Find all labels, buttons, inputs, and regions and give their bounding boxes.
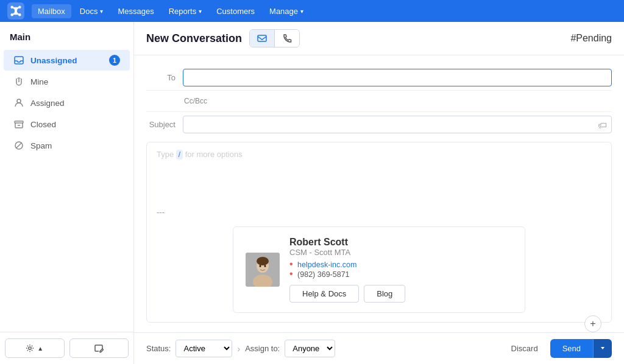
svg-point-10 bbox=[29, 347, 31, 349]
svg-point-6 bbox=[17, 99, 21, 103]
sig-help-docs-button[interactable]: Help & Docs bbox=[289, 285, 359, 303]
sig-buttons: Help & Docs Blog bbox=[289, 285, 512, 303]
avatar-image bbox=[246, 253, 280, 287]
svg-point-1 bbox=[18, 5, 21, 9]
svg-rect-7 bbox=[15, 121, 23, 123]
gear-icon bbox=[26, 344, 34, 352]
sig-name: Robert Scott bbox=[289, 237, 512, 248]
chevron-down-icon: ▾ bbox=[199, 8, 202, 15]
phone-type-button[interactable] bbox=[275, 30, 299, 47]
nav-manage[interactable]: Manage ▾ bbox=[263, 4, 310, 18]
sidebar-item-closed-label: Closed bbox=[30, 120, 120, 129]
sig-title: CSM - Scott MTA bbox=[289, 248, 512, 257]
email-type-button[interactable] bbox=[250, 30, 275, 47]
sidebar-item-spam[interactable]: Spam bbox=[4, 135, 130, 156]
chevron-down-icon: ▾ bbox=[300, 8, 303, 15]
subject-input-wrap: 🏷 bbox=[183, 116, 612, 133]
to-input[interactable] bbox=[183, 69, 612, 86]
app-logo bbox=[7, 2, 24, 19]
ban-icon bbox=[13, 140, 24, 151]
sidebar-item-assigned[interactable]: Assigned bbox=[4, 93, 130, 113]
compose-icon bbox=[94, 343, 104, 353]
unassigned-badge: 1 bbox=[109, 55, 120, 66]
send-dropdown-button[interactable] bbox=[593, 339, 612, 358]
subject-row: Subject 🏷 bbox=[146, 112, 612, 137]
svg-point-2 bbox=[15, 10, 18, 13]
sig-blog-button[interactable]: Blog bbox=[364, 285, 405, 303]
svg-rect-5 bbox=[15, 57, 23, 64]
subject-label: Subject bbox=[146, 120, 183, 129]
sidebar-item-spam-label: Spam bbox=[30, 141, 120, 150]
layout: Main Unassigned 1 bbox=[0, 22, 624, 364]
inbox-icon bbox=[13, 55, 24, 66]
compose-button[interactable] bbox=[69, 338, 129, 358]
send-button[interactable]: Send bbox=[550, 339, 593, 358]
svg-line-9 bbox=[16, 143, 22, 149]
top-nav: Mailbox Docs ▾ Messages Reports ▾ Custom… bbox=[0, 0, 624, 22]
svg-point-16 bbox=[257, 257, 269, 265]
hand-icon bbox=[13, 76, 24, 87]
page-title: New Conversation bbox=[146, 32, 242, 45]
nav-customers[interactable]: Customers bbox=[210, 4, 261, 18]
assign-label: Assign to: bbox=[245, 344, 280, 353]
pending-text: Pending bbox=[576, 33, 612, 43]
arrow-right-icon: › bbox=[237, 344, 240, 354]
status-select[interactable]: Active Pending Resolved bbox=[176, 340, 232, 357]
sidebar: Main Unassigned 1 bbox=[0, 22, 134, 364]
sidebar-item-closed[interactable]: Closed bbox=[4, 114, 130, 135]
archive-icon bbox=[13, 119, 24, 130]
nav-reports[interactable]: Reports ▾ bbox=[163, 4, 208, 18]
compose-type-group bbox=[249, 29, 300, 47]
settings-button[interactable]: ▲ bbox=[5, 338, 65, 358]
svg-rect-11 bbox=[258, 35, 266, 41]
sig-info: Robert Scott CSM - Scott MTA • helpdesk-… bbox=[289, 237, 512, 303]
to-label: To bbox=[146, 73, 183, 82]
chevron-down-icon: ▾ bbox=[100, 8, 103, 15]
nav-mailbox[interactable]: Mailbox bbox=[32, 4, 71, 18]
signature-area: --- bbox=[157, 208, 601, 313]
add-content-button[interactable]: + bbox=[584, 315, 601, 332]
subject-input[interactable] bbox=[183, 116, 612, 133]
sidebar-footer: ▲ bbox=[0, 332, 133, 364]
message-body[interactable]: Type / for more options --- bbox=[146, 142, 612, 323]
sidebar-nav: Unassigned 1 Mine bbox=[0, 47, 133, 332]
main-header: New Conversation #Pending bbox=[134, 22, 624, 55]
svg-point-0 bbox=[10, 5, 13, 9]
sig-email: • helpdesk-inc.com bbox=[289, 259, 512, 269]
cc-bcc-row: Cc/Bcc bbox=[146, 91, 612, 112]
sig-phone-number: (982) 369-5871 bbox=[297, 270, 349, 279]
sidebar-item-mine[interactable]: Mine bbox=[4, 71, 130, 92]
chevron-down-icon bbox=[600, 345, 606, 351]
nav-docs[interactable]: Docs ▾ bbox=[74, 4, 110, 18]
status-label: Status: bbox=[146, 344, 171, 353]
dot-icon: • bbox=[289, 259, 293, 269]
person-icon bbox=[13, 97, 24, 108]
main-content: New Conversation #Pending bbox=[134, 22, 624, 364]
sidebar-item-unassigned[interactable]: Unassigned 1 bbox=[4, 50, 130, 71]
pending-hash: # bbox=[570, 33, 576, 43]
cc-bcc-label[interactable]: Cc/Bcc bbox=[183, 94, 612, 108]
bottom-bar: Status: Active Pending Resolved › Assign… bbox=[134, 332, 624, 364]
discard-button[interactable]: Discard bbox=[504, 340, 545, 357]
nav-messages[interactable]: Messages bbox=[112, 4, 160, 18]
sidebar-item-mine-label: Mine bbox=[30, 77, 120, 86]
slash-shortcut: / bbox=[176, 150, 183, 159]
to-row: To bbox=[146, 65, 612, 91]
svg-point-17 bbox=[260, 265, 261, 267]
svg-point-18 bbox=[264, 265, 266, 267]
body-placeholder: Type / for more options bbox=[157, 150, 243, 159]
sig-card: Robert Scott CSM - Scott MTA • helpdesk-… bbox=[233, 226, 525, 313]
sidebar-item-unassigned-label: Unassigned bbox=[30, 56, 103, 65]
label-icon: 🏷 bbox=[598, 119, 607, 130]
sig-phone: • (982) 369-5871 bbox=[289, 269, 512, 279]
sig-email-link[interactable]: helpdesk-inc.com bbox=[297, 261, 356, 269]
send-button-group: Send bbox=[550, 339, 612, 358]
settings-chevron-icon: ▲ bbox=[37, 345, 43, 352]
sig-avatar bbox=[246, 253, 280, 287]
svg-point-3 bbox=[10, 13, 13, 16]
sidebar-header: Main bbox=[0, 22, 133, 47]
pending-status: #Pending bbox=[570, 33, 612, 44]
assign-select[interactable]: Anyone Me Team bbox=[285, 340, 335, 357]
sidebar-item-assigned-label: Assigned bbox=[30, 99, 120, 108]
svg-point-4 bbox=[18, 13, 21, 16]
